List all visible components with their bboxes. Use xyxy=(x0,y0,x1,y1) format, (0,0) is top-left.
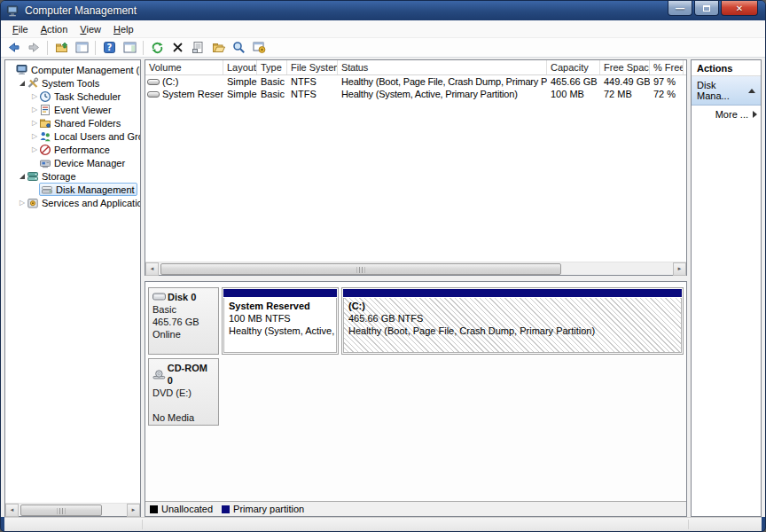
action-pane-button[interactable] xyxy=(121,39,138,56)
find-button[interactable] xyxy=(230,39,247,56)
partition-system-reserved[interactable]: System Reserved 100 MB NTFS Healthy (Sys… xyxy=(222,287,339,355)
tree-item-system-tools[interactable]: System Tools xyxy=(5,76,140,90)
column-header-pct-free[interactable]: % Free xyxy=(650,60,684,74)
open-folder-icon xyxy=(212,41,225,54)
volume-row-system-reserved[interactable]: System Reserved Simple Basic NTFS Health… xyxy=(145,88,686,100)
tree-item-disk-management[interactable]: Disk Management xyxy=(5,183,140,196)
open-folder-button[interactable] xyxy=(209,39,227,56)
partition-size: 465.66 GB NTFS xyxy=(348,312,676,325)
disk0-label-box[interactable]: Disk 0 Basic 465.76 GB Online xyxy=(148,287,219,355)
tree-item-local-users-and-groups[interactable]: ▷ Local Users and Groups xyxy=(5,129,140,143)
scroll-thumb[interactable] xyxy=(160,263,561,275)
volume-list-horizontal-scrollbar[interactable]: ◄ ► xyxy=(145,262,686,275)
scroll-right-arrow[interactable]: ► xyxy=(673,262,686,276)
tree-item-label: System Tools xyxy=(42,78,99,89)
tree-item-performance[interactable]: ▷ Performance xyxy=(5,143,140,156)
tree-item-storage[interactable]: Storage xyxy=(5,169,140,183)
computer-icon xyxy=(16,64,28,76)
collapsed-arrow-icon[interactable]: ▷ xyxy=(18,200,27,207)
status-bar xyxy=(4,517,762,531)
column-header-file-system[interactable]: File System xyxy=(287,60,338,74)
column-header-type[interactable]: Type xyxy=(257,60,287,74)
disk-type: DVD (E:) xyxy=(152,387,215,399)
tree-item-computer-management[interactable]: Computer Management (Local xyxy=(5,63,140,76)
more-actions-label: More ... xyxy=(715,109,748,120)
minimize-icon: — xyxy=(676,4,684,13)
selected-tree-item: Disk Management xyxy=(39,183,137,196)
partition-c-selected[interactable]: (C:) 465.66 GB NTFS Healthy (Boot, Page … xyxy=(341,287,684,355)
partition-size: 100 MB NTFS xyxy=(229,312,332,325)
tree-item-services-and-applications[interactable]: ▷ Services and Applications xyxy=(5,196,140,209)
maximize-icon xyxy=(703,5,710,12)
disk0-partitions: System Reserved 100 MB NTFS Healthy (Sys… xyxy=(222,287,684,355)
toolbar: ? xyxy=(1,38,765,58)
refresh-button[interactable] xyxy=(148,39,166,56)
console-tree-button[interactable] xyxy=(73,39,90,56)
toolbar-separator xyxy=(143,41,144,55)
actions-group-disk-management[interactable]: Disk Mana... xyxy=(692,76,761,106)
volume-name: (C:) xyxy=(162,76,178,87)
scroll-track[interactable] xyxy=(19,504,127,517)
scroll-right-arrow[interactable]: ► xyxy=(127,504,140,517)
menu-view[interactable]: View xyxy=(74,22,107,36)
maximize-button[interactable] xyxy=(694,1,719,16)
refresh-icon xyxy=(151,41,164,54)
delete-icon xyxy=(171,41,184,54)
tree-item-event-viewer[interactable]: ▷ Event Viewer xyxy=(5,103,140,116)
expanded-arrow-icon[interactable] xyxy=(18,81,27,86)
column-header-status[interactable]: Status xyxy=(338,60,547,74)
collapsed-arrow-icon[interactable]: ▷ xyxy=(30,133,39,140)
actions-more-item[interactable]: More ... xyxy=(692,106,761,123)
computer-management-app-icon xyxy=(6,4,20,18)
tree-item-label: Storage xyxy=(42,171,76,182)
collapsed-arrow-icon[interactable]: ▷ xyxy=(30,106,39,113)
status-separator xyxy=(142,520,143,529)
tree-item-task-scheduler[interactable]: ▷ Task Scheduler xyxy=(5,90,140,103)
volume-file-system: NTFS xyxy=(287,76,338,87)
up-folder-button[interactable] xyxy=(52,39,70,56)
column-header-capacity[interactable]: Capacity xyxy=(547,60,600,74)
delete-button[interactable] xyxy=(168,39,186,56)
console-settings-button[interactable] xyxy=(250,39,268,56)
volume-row-c[interactable]: (C:) Simple Basic NTFS Healthy (Boot, Pa… xyxy=(145,75,686,88)
actions-group-label: Disk Mana... xyxy=(697,80,748,101)
column-header-layout[interactable]: Layout xyxy=(223,60,257,74)
menu-file[interactable]: File xyxy=(6,22,35,36)
column-header-free-space[interactable]: Free Space xyxy=(600,60,650,74)
close-button[interactable]: ✕ xyxy=(721,1,758,16)
minimize-button[interactable]: — xyxy=(668,1,692,16)
scroll-track[interactable] xyxy=(159,262,673,276)
expanded-arrow-icon[interactable] xyxy=(18,174,27,179)
volume-file-system: NTFS xyxy=(287,89,338,99)
collapsed-arrow-icon[interactable]: ▷ xyxy=(30,146,39,153)
scroll-thumb[interactable] xyxy=(20,505,102,516)
tree-horizontal-scrollbar[interactable]: ◄ ► xyxy=(5,503,140,516)
collapsed-arrow-icon[interactable]: ▷ xyxy=(30,120,39,127)
help-icon: ? xyxy=(103,41,116,54)
scroll-left-arrow[interactable]: ◄ xyxy=(145,262,159,276)
collapsed-arrow-icon[interactable]: ▷ xyxy=(30,93,39,100)
menu-action[interactable]: Action xyxy=(35,22,74,36)
forward-button[interactable] xyxy=(25,39,43,56)
primary-partition-color-bar xyxy=(343,289,682,297)
console-settings-icon xyxy=(253,41,266,54)
help-button[interactable]: ? xyxy=(100,39,118,56)
submenu-arrow-icon xyxy=(753,111,757,118)
tree-item-device-manager[interactable]: Device Manager xyxy=(5,156,140,169)
volume-pct-free: 97 % xyxy=(650,76,684,87)
properties-button[interactable] xyxy=(189,39,207,56)
partition-legend: Unallocated Primary partition xyxy=(145,501,686,516)
collapse-group-icon[interactable] xyxy=(748,89,755,93)
column-header-volume[interactable]: Volume xyxy=(145,60,223,74)
up-folder-icon xyxy=(55,41,68,54)
legend-label: Primary partition xyxy=(233,504,304,514)
menu-help[interactable]: Help xyxy=(107,22,140,36)
tree-item-shared-folders[interactable]: ▷ Shared Folders xyxy=(5,116,140,129)
properties-icon xyxy=(192,41,205,54)
scroll-left-arrow[interactable]: ◄ xyxy=(5,504,19,517)
volume-name: System Reserved xyxy=(162,89,223,99)
tree-item-label: Local Users and Groups xyxy=(54,131,140,142)
cdrom0-label-box[interactable]: CD-ROM 0 DVD (E:) No Media xyxy=(148,358,219,426)
volume-type: Basic xyxy=(257,76,287,87)
back-button[interactable] xyxy=(4,39,22,56)
